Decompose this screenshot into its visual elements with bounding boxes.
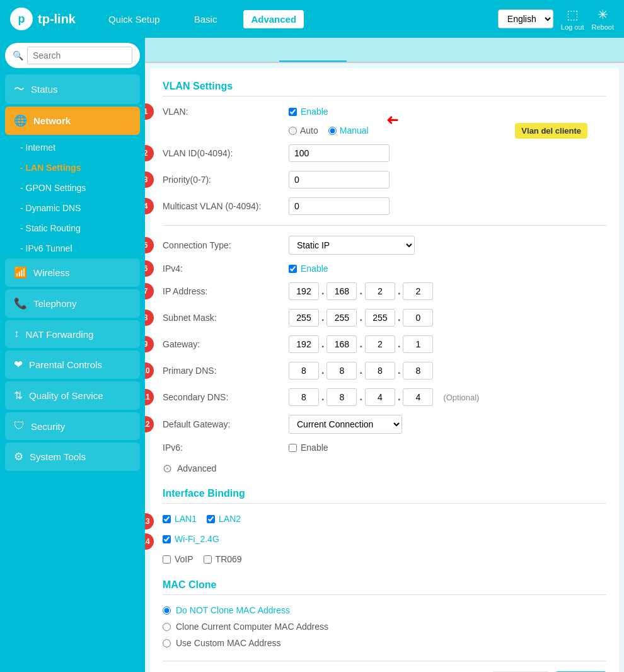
ipv6-enable-label[interactable]: Enable	[289, 443, 328, 453]
step-badge-11: 11	[145, 389, 154, 405]
gw-oct4[interactable]	[403, 335, 433, 353]
ip-address-row: 7 IP Address: . . .	[163, 282, 606, 300]
lan2-checkbox-label[interactable]: LAN2	[207, 514, 241, 524]
subnet-oct2[interactable]	[326, 309, 357, 327]
sidebar-item-qos[interactable]: ⇅ Quality of Service	[5, 381, 140, 410]
ip-oct2[interactable]	[326, 282, 357, 300]
advanced-toggle[interactable]: ⊙ Advanced	[163, 461, 606, 475]
gw-oct2[interactable]	[326, 335, 357, 353]
vlan-id-input[interactable]	[289, 144, 390, 162]
sub-item-gpon[interactable]: - GPON Settings	[11, 178, 140, 198]
pdns-oct1[interactable]	[289, 362, 319, 379]
ip-address-control: . . .	[289, 282, 433, 300]
subnet-oct4[interactable]	[403, 309, 433, 327]
mac-clone-option3[interactable]: Use Custom MAC Address	[163, 638, 606, 648]
sidebar-item-nat[interactable]: ↕ NAT Forwarding	[5, 320, 140, 348]
nav-quick-setup[interactable]: Quick Setup	[101, 10, 168, 28]
mac-clone-radio-3[interactable]	[163, 639, 171, 647]
manual-radio[interactable]	[328, 127, 337, 135]
priority-input[interactable]	[289, 171, 390, 188]
nav-advanced[interactable]: Advanced	[243, 10, 304, 28]
voip-label: VoIP	[175, 554, 194, 564]
tab-4[interactable]	[347, 38, 414, 62]
voip-checkbox[interactable]	[163, 555, 171, 564]
sidebar-item-tools[interactable]: ⚙ System Tools	[5, 443, 140, 471]
vlan-label: VLAN:	[163, 107, 289, 117]
tab-3[interactable]	[279, 38, 347, 62]
default-gw-select[interactable]: Current Connection	[289, 415, 402, 434]
ipv4-enable-text: Enable	[301, 264, 328, 274]
auto-radio-label[interactable]: Auto	[289, 125, 318, 136]
logo-icon: p	[10, 8, 33, 30]
sub-item-static[interactable]: - Static Routing	[11, 218, 140, 238]
ip-oct1[interactable]	[289, 282, 319, 300]
tr069-checkbox-label[interactable]: TR069	[204, 554, 242, 564]
wifi-checkbox[interactable]	[163, 535, 171, 543]
tr069-checkbox[interactable]	[204, 555, 212, 564]
primary-dns-input: . . .	[289, 362, 433, 379]
sub-item-internet[interactable]: - Internet	[11, 137, 140, 158]
connection-type-select[interactable]: Static IP Dynamic IP PPPoE	[289, 236, 415, 255]
priority-control	[289, 171, 390, 188]
ip-oct3[interactable]	[365, 282, 395, 300]
vlan-enable-checkbox-label[interactable]: Enable	[289, 107, 328, 117]
manual-radio-label[interactable]: Manual	[328, 125, 369, 136]
subnet-oct1[interactable]	[289, 309, 319, 327]
sidebar-item-parental[interactable]: ❤ Parental Controls	[5, 350, 140, 379]
sidebar-item-status[interactable]: 〜 Status	[5, 74, 140, 104]
multicast-row: 4 Multicast VLAN (0-4094):	[163, 197, 606, 215]
mac-clone-title: MAC Clone	[163, 579, 606, 595]
step-badge-14: 14	[145, 533, 154, 550]
sdns-oct4[interactable]	[403, 388, 433, 406]
ipv4-enable-label[interactable]: Enable	[289, 264, 328, 274]
mac-clone-option2[interactable]: Clone Current Computer MAC Address	[163, 622, 606, 632]
sdns-oct2[interactable]	[326, 388, 357, 406]
sidebar-item-wireless[interactable]: 📶 Wireless	[5, 258, 140, 287]
step-badge-8: 8	[145, 310, 154, 326]
auto-radio[interactable]	[289, 127, 297, 135]
language-select[interactable]: English	[498, 9, 553, 28]
lan2-checkbox[interactable]	[207, 515, 215, 523]
mac-clone-option1-label: Do NOT Clone MAC Address	[176, 605, 290, 615]
vlan-id-control	[289, 144, 390, 162]
sidebar-item-security[interactable]: 🛡 Security	[5, 412, 140, 440]
sub-item-ddns[interactable]: - Dynamic DNS	[11, 198, 140, 218]
sub-item-ipv6tunnel[interactable]: - IPv6 Tunnel	[11, 238, 140, 258]
mac-clone-radio-2[interactable]	[163, 623, 171, 631]
ipv6-enable-checkbox[interactable]	[289, 444, 297, 452]
optional-text: (Optional)	[443, 393, 479, 402]
lan1-checkbox-label[interactable]: LAN1	[163, 514, 197, 524]
voip-checkbox-label[interactable]: VoIP	[163, 554, 194, 564]
step-badge-13: 13	[145, 513, 154, 530]
tab-1[interactable]	[145, 38, 212, 62]
mac-clone-option1[interactable]: Do NOT Clone MAC Address	[163, 605, 606, 615]
sdns-oct3[interactable]	[365, 388, 395, 406]
lan1-checkbox[interactable]	[163, 515, 171, 523]
wifi-label: Wi-Fi_2.4G	[175, 534, 219, 544]
logout-button[interactable]: ⬚ Log out	[561, 7, 584, 31]
gw-oct1[interactable]	[289, 335, 319, 353]
tab-2[interactable]	[212, 38, 280, 62]
ip-oct4[interactable]	[403, 282, 433, 300]
sdns-oct1[interactable]	[289, 388, 319, 406]
step-badge-3: 3	[145, 171, 154, 188]
ipv4-enable-checkbox[interactable]	[289, 265, 297, 273]
vlan-enable-checkbox[interactable]	[289, 108, 297, 116]
subnet-oct3[interactable]	[365, 309, 395, 327]
ipv6-label: IPv6:	[163, 443, 289, 453]
nav-basic[interactable]: Basic	[187, 10, 225, 28]
sidebar-item-network[interactable]: 🌐 Network	[5, 107, 140, 135]
pdns-oct2[interactable]	[326, 362, 357, 379]
sidebar-item-wireless-label: Wireless	[33, 267, 70, 278]
gw-oct3[interactable]	[365, 335, 395, 353]
search-input[interactable]	[27, 47, 132, 64]
sub-item-lan[interactable]: - LAN Settings	[11, 158, 140, 178]
multicast-input[interactable]	[289, 197, 390, 215]
pdns-oct4[interactable]	[403, 362, 433, 379]
reboot-button[interactable]: ✳ Reboot	[592, 7, 614, 31]
search-box[interactable]: 🔍	[5, 43, 140, 68]
wifi-checkbox-label[interactable]: Wi-Fi_2.4G	[163, 534, 219, 544]
mac-clone-radio-1[interactable]	[163, 606, 171, 615]
pdns-oct3[interactable]	[365, 362, 395, 379]
sidebar-item-telephony[interactable]: 📞 Telephony	[5, 289, 140, 318]
